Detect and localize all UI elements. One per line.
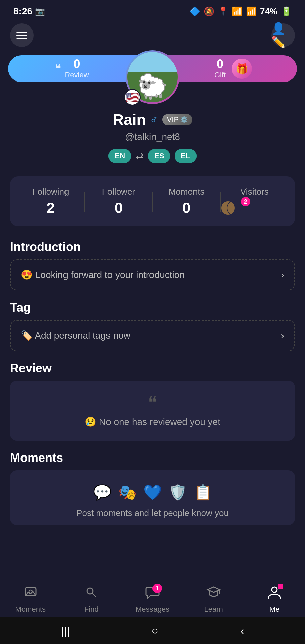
tag-title: Tag bbox=[10, 301, 295, 315]
time-display: 8:26 bbox=[13, 6, 32, 17]
visitors-badge: 2 bbox=[241, 197, 250, 206]
nav-moments[interactable]: Moments bbox=[0, 585, 61, 614]
stats-card: Following 2 Follower 0 Moments 0 Visitor… bbox=[10, 176, 295, 226]
sheep-emoji: 🐑 bbox=[137, 72, 168, 101]
battery-icon: 🔋 bbox=[281, 6, 292, 17]
status-time: 8:26 📷 bbox=[13, 6, 45, 17]
profile-name: Rain bbox=[113, 111, 146, 129]
moments-label: Moments bbox=[153, 186, 220, 197]
flag-badge: 🇺🇸 bbox=[124, 89, 141, 106]
find-nav-icon bbox=[84, 585, 99, 603]
moments-value: 0 bbox=[153, 200, 220, 216]
language-row: EN ⇄ ES EL bbox=[13, 149, 292, 163]
gift-icon: 🎁 bbox=[232, 59, 252, 79]
home-button[interactable]: ○ bbox=[151, 625, 158, 637]
camera-icon: 📷 bbox=[35, 7, 45, 16]
moments-card: 💬 🎭 💙 🛡️ 📋 Post moments and let people k… bbox=[10, 470, 295, 525]
nav-me[interactable]: Me bbox=[244, 585, 305, 614]
me-badge-dot bbox=[278, 584, 283, 589]
wifi-icon: 📶 bbox=[232, 6, 243, 17]
profile-name-row: Rain ♂ VIP ⚙️ bbox=[13, 111, 292, 129]
nav-learn[interactable]: Learn bbox=[183, 585, 244, 614]
tag-box[interactable]: 🏷️ Add personal tags now › bbox=[10, 320, 295, 351]
nav-messages[interactable]: 1 Messages bbox=[122, 585, 183, 614]
edit-icon: 👤✏️ bbox=[271, 22, 295, 49]
android-nav: ||| ○ ‹ bbox=[0, 617, 305, 644]
visitors-avatars: 2 bbox=[221, 200, 248, 216]
gift-label: Gift bbox=[214, 71, 226, 79]
battery-display: 74% bbox=[260, 6, 277, 17]
tag-arrow: › bbox=[281, 330, 284, 341]
silent-icon: 🔕 bbox=[204, 6, 214, 17]
moment-icon-2: 🎭 bbox=[118, 484, 137, 501]
review-section: Review ❝ 😢 No one has reviewed you yet bbox=[0, 355, 305, 444]
moments-stat[interactable]: Moments 0 bbox=[153, 186, 220, 216]
moments-nav-label: Moments bbox=[15, 605, 46, 614]
learn-nav-icon bbox=[206, 585, 221, 603]
lang-en[interactable]: EN bbox=[108, 149, 131, 163]
edit-profile-button[interactable]: 👤✏️ bbox=[271, 23, 295, 47]
profile-stats-bar: ❝ 0 Review 0 Gift 🎁 🐑 bbox=[8, 54, 297, 84]
tag-section: Tag 🏷️ Add personal tags now › bbox=[0, 294, 305, 355]
messages-nav-icon: 1 bbox=[145, 585, 160, 603]
moments-empty-text: Post moments and let people know you bbox=[20, 508, 285, 518]
review-quote-icon: ❝ bbox=[20, 394, 285, 411]
moments-icon-row: 💬 🎭 💙 🛡️ 📋 bbox=[20, 484, 285, 501]
lang-el[interactable]: EL bbox=[175, 149, 196, 163]
visitor-avatar-2 bbox=[227, 201, 242, 215]
profile-handle: @talkin_net8 bbox=[13, 131, 292, 142]
vip-coin-icon: ⚙️ bbox=[180, 116, 188, 123]
lang-es[interactable]: ES bbox=[148, 149, 170, 163]
introduction-title: Introduction bbox=[10, 240, 295, 254]
profile-hero: ❝ 0 Review 0 Gift 🎁 🐑 bbox=[0, 54, 305, 87]
country-flag: 🇺🇸 bbox=[126, 91, 139, 104]
nav-find[interactable]: Find bbox=[61, 585, 122, 614]
moments-nav-icon bbox=[23, 585, 38, 603]
introduction-placeholder: 😍 Looking forward to your introduction bbox=[21, 269, 185, 280]
avatar-wrapper: 🐑 🇺🇸 bbox=[126, 50, 179, 104]
following-stat[interactable]: Following 2 bbox=[17, 186, 84, 216]
moment-icon-1: 💬 bbox=[93, 484, 112, 501]
moments-section: Moments 💬 🎭 💙 🛡️ 📋 Post moments and let … bbox=[0, 444, 305, 528]
back-button[interactable]: ‹ bbox=[240, 625, 244, 637]
moment-icon-5: 📋 bbox=[194, 484, 212, 501]
introduction-box[interactable]: 😍 Looking forward to your introduction › bbox=[10, 259, 295, 290]
review-card: ❝ 😢 No one has reviewed you yet bbox=[10, 381, 295, 441]
visitors-stat[interactable]: Visitors 2 bbox=[221, 186, 288, 216]
moment-icon-4: 🛡️ bbox=[169, 484, 187, 501]
introduction-arrow: › bbox=[281, 270, 284, 280]
tag-placeholder: 🏷️ Add personal tags now bbox=[21, 330, 130, 341]
me-nav-label: Me bbox=[269, 605, 280, 614]
svg-point-2 bbox=[87, 588, 93, 594]
review-empty-text: 😢 No one has reviewed you yet bbox=[20, 416, 285, 427]
vip-badge: VIP ⚙️ bbox=[162, 114, 192, 125]
gender-icon: ♂ bbox=[150, 114, 158, 126]
recent-apps-button[interactable]: ||| bbox=[61, 625, 70, 637]
review-section-title: Review bbox=[10, 361, 295, 375]
review-label: Review bbox=[64, 71, 89, 79]
svg-point-3 bbox=[272, 587, 277, 592]
messages-nav-label: Messages bbox=[136, 605, 169, 614]
hamburger-icon bbox=[16, 32, 27, 39]
review-count: 0 bbox=[64, 58, 89, 70]
location-icon: 📍 bbox=[218, 6, 228, 17]
messages-badge: 1 bbox=[152, 584, 162, 593]
status-icons: 🔷 🔕 📍 📶 📶 74% 🔋 bbox=[189, 6, 292, 17]
header-nav: 👤✏️ bbox=[0, 20, 305, 54]
svg-rect-0 bbox=[25, 588, 36, 596]
visitors-label: Visitors bbox=[221, 186, 288, 197]
follower-value: 0 bbox=[85, 200, 152, 216]
following-label: Following bbox=[17, 186, 84, 197]
menu-button[interactable] bbox=[10, 23, 34, 47]
moment-icon-3: 💙 bbox=[143, 484, 162, 501]
bottom-nav: Moments Find 1 Messages Learn bbox=[0, 578, 305, 617]
follower-label: Follower bbox=[85, 186, 152, 197]
introduction-section: Introduction 😍 Looking forward to your i… bbox=[0, 233, 305, 294]
status-bar: 8:26 📷 🔷 🔕 📍 📶 📶 74% 🔋 bbox=[0, 0, 305, 20]
learn-nav-label: Learn bbox=[204, 605, 223, 614]
follower-stat[interactable]: Follower 0 bbox=[85, 186, 152, 216]
review-icon: ❝ bbox=[55, 62, 61, 76]
me-nav-icon bbox=[267, 585, 282, 603]
vip-label: VIP bbox=[167, 115, 179, 124]
signal-icon: 📶 bbox=[246, 6, 257, 17]
